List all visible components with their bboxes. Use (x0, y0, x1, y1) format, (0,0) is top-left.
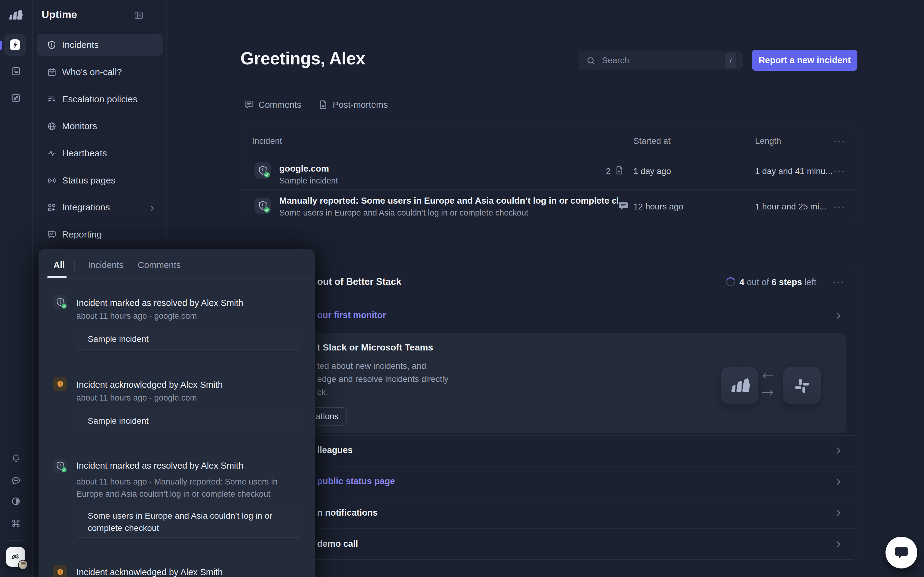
better-stack-logo-icon (8, 9, 23, 21)
step-invite-colleagues-link[interactable]: lleagues (317, 445, 353, 455)
sidebar-item-incidents[interactable]: Incidents (37, 34, 163, 56)
shield-alert-icon (47, 40, 57, 50)
sidebar-item-status-pages[interactable]: Status pages (37, 169, 163, 192)
incidents-table: Incident Started at Length ··· google.co… (241, 127, 858, 223)
divider (241, 331, 857, 331)
row-menu-button[interactable]: ··· (834, 201, 845, 211)
divider (39, 549, 315, 549)
incident-subtitle: Some users in Europe and Asia couldn’t l… (279, 208, 618, 218)
rail-item-telemetry[interactable] (11, 93, 21, 103)
tab-post-mortems[interactable]: Post-mortems (318, 100, 388, 110)
popover-tab-comments[interactable]: Comments (138, 260, 181, 270)
onboarding-menu-button[interactable]: ··· (833, 276, 845, 287)
activity-incident-card[interactable]: Sample incident (75, 329, 302, 350)
integrations-grid-icon (47, 203, 57, 212)
progress-steps-text: 4 out of 6 steps left (740, 277, 816, 287)
theme-contrast-icon[interactable] (11, 496, 21, 506)
acknowledged-shield-icon (53, 377, 67, 391)
popover-tab-incidents[interactable]: Incidents (88, 260, 123, 270)
activity-incident-card[interactable]: Some users in Europe and Asia couldn’t l… (75, 505, 302, 538)
activity-meta: about 11 hours ago · Manually reported: … (76, 475, 299, 500)
better-stack-logo-tile (721, 367, 758, 405)
user-avatar[interactable] (18, 560, 28, 570)
arrow-left-icon (761, 372, 775, 379)
post-mortem-count: 2 (606, 166, 611, 176)
activity-title: Incident marked as resolved by Alex Smit… (76, 298, 243, 308)
uptime-app-icon (10, 39, 20, 50)
activity-incident-card[interactable]: Sample incident (75, 411, 302, 431)
rail-item-uptime[interactable] (4, 34, 26, 56)
chevron-right-icon (834, 509, 843, 517)
incident-resolved-icon (255, 198, 271, 214)
acknowledged-shield-icon (53, 565, 67, 577)
globe-icon (47, 121, 57, 131)
step-status-page-link[interactable]: public status page (317, 476, 395, 486)
rail-item-logs[interactable] (11, 66, 21, 76)
feedback-chat-icon[interactable] (11, 475, 21, 485)
length-cell: 1 day and 41 minu... (755, 166, 833, 176)
divider (241, 435, 857, 436)
sidebar-item-reporting[interactable]: Reporting (37, 224, 163, 245)
divider (39, 359, 315, 359)
command-palette-icon[interactable] (11, 518, 21, 528)
chat-launcher-button[interactable] (885, 537, 917, 569)
slack-text-line: ted about new incidents, and (317, 361, 426, 371)
report-chart-icon (47, 230, 57, 239)
post-mortem-doc-icon (614, 166, 624, 175)
sidebar-item-label: Incidents (62, 40, 99, 50)
step-demo-call-link[interactable]: demo call (317, 539, 358, 549)
sidebar-item-monitors[interactable]: Monitors (37, 115, 163, 137)
comment-bubble-icon (618, 201, 629, 211)
activity-title: Incident acknowledged by Alex Smith (76, 380, 223, 390)
sidebar-item-label: Monitors (62, 121, 97, 131)
column-header-incident: Incident (252, 136, 282, 146)
slack-logo-tile (783, 367, 821, 405)
divider (39, 441, 315, 441)
calendar-icon (47, 68, 57, 77)
length-cell: 1 hour and 25 mi... (755, 202, 826, 211)
document-icon (318, 100, 328, 110)
activity-title: Incident marked as resolved by Alex Smit… (76, 461, 243, 471)
step-create-monitor-link[interactable]: our first monitor (317, 310, 386, 320)
search-input[interactable] (579, 51, 741, 70)
tab-comments[interactable]: Comments (244, 100, 301, 110)
search-shortcut-badge: / (725, 53, 737, 68)
broadcast-icon (47, 176, 57, 185)
resolved-check-badge (61, 303, 67, 309)
started-at-cell: 1 day ago (633, 166, 671, 176)
incident-resolved-icon (255, 163, 271, 179)
collapse-sidebar-icon[interactable] (134, 10, 144, 20)
divider (241, 189, 857, 190)
table-menu-button[interactable]: ··· (834, 135, 845, 146)
step-notifications-link[interactable]: n notifications (317, 508, 378, 518)
column-header-started-at: Started at (633, 136, 670, 146)
sidebar-item-whos-on-call[interactable]: Who's on-call? (37, 61, 163, 83)
slack-text-line: ck. (317, 387, 328, 397)
popover-tab-all[interactable]: All (53, 260, 65, 270)
chevron-right-icon (834, 477, 843, 486)
slack-text-line: edge and resolve incidents directly (317, 374, 449, 384)
sidebar-item-integrations[interactable]: Integrations (37, 196, 163, 218)
chevron-right-icon (149, 204, 156, 211)
onboarding-title-fragment: out of Better Stack (317, 276, 402, 287)
notifications-bell-icon[interactable] (11, 454, 21, 463)
tab-label: Comments (258, 100, 301, 110)
page-title: Greetings, Alex (241, 48, 365, 68)
sidebar-item-escalation-policies[interactable]: Escalation policies (37, 88, 163, 110)
comment-bubble-icon (244, 100, 254, 110)
sidebar-item-heartbeats[interactable]: Heartbeats (37, 142, 163, 164)
row-menu-button[interactable]: ··· (834, 166, 845, 176)
report-new-incident-button[interactable]: Report a new incident (752, 50, 858, 71)
divider (241, 498, 857, 498)
resolved-check-badge (61, 466, 67, 473)
progress-ring-icon (726, 277, 735, 287)
arrow-right-icon (761, 389, 775, 396)
resolved-shield-icon (53, 459, 67, 473)
resolved-check-badge (263, 171, 270, 178)
search-box: / (579, 51, 741, 70)
app-rail (0, 0, 33, 577)
uptime-dashboard: Uptime Incidents Who's on-call? (0, 0, 924, 577)
sidebar-item-label: Heartbeats (62, 148, 107, 158)
tab-label: Post-mortems (333, 100, 388, 110)
tab-separator (74, 261, 75, 271)
